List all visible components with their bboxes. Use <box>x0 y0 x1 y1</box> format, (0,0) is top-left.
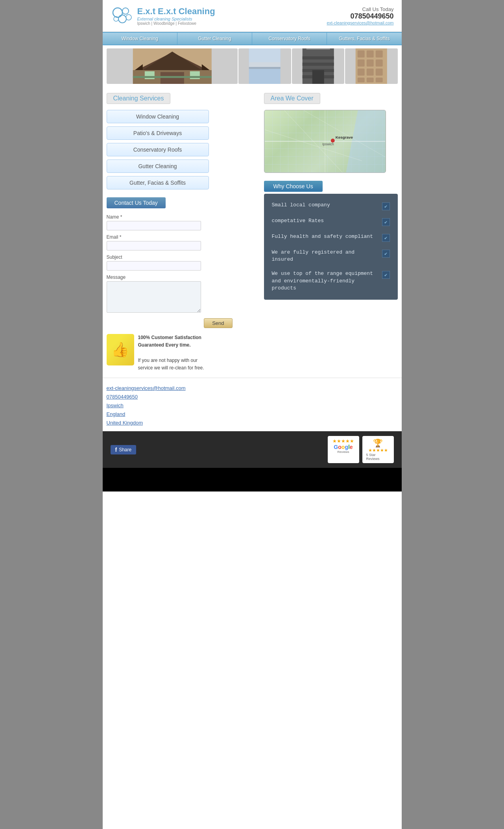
email-field-group: Email * <box>107 234 256 250</box>
name-input[interactable] <box>107 221 201 230</box>
satisfaction-text: 100% Customer Satisfaction Guaranteed Ev… <box>138 334 204 372</box>
svg-text:Ipswich: Ipswich <box>322 142 334 146</box>
check-icon-4: ✔ <box>382 250 390 258</box>
svg-rect-14 <box>133 76 211 78</box>
footer-country2: United Kingdom <box>107 419 398 427</box>
message-field-group: Message <box>107 274 256 314</box>
logo-bubbles-icon <box>111 4 134 28</box>
check-icon-2: ✔ <box>382 218 390 226</box>
why-item-text-4: We are fully registered and insured <box>272 249 379 263</box>
email-input[interactable] <box>107 241 201 250</box>
footer-phone: 07850449650 <box>107 393 398 401</box>
svg-rect-35 <box>376 69 383 76</box>
main-content: Cleaning Services Window Cleaning Patio'… <box>103 87 402 378</box>
why-item-text-3: Fully health and safety compliant <box>272 233 379 240</box>
yell-label: 5 Star Reviews <box>366 453 390 461</box>
nav-item-conservatory-roofs[interactable]: Conservatory Roofs <box>252 33 327 45</box>
check-icon-5: ✔ <box>382 271 390 279</box>
name-field-group: Name * <box>107 214 256 230</box>
house-image <box>107 48 238 84</box>
nav-item-window-cleaning[interactable]: Window Cleaning <box>103 33 177 45</box>
navigation-bar: Window Cleaning Gutter Cleaning Conserva… <box>103 32 402 45</box>
footer-email[interactable]: ext-cleaningservices@hotmail.com <box>107 384 398 393</box>
path-image <box>345 48 397 84</box>
share-label: Share <box>119 447 131 453</box>
svg-rect-30 <box>358 59 365 67</box>
header: E.x.t E.x.t Cleaning External cleaning S… <box>103 0 402 32</box>
contact-form-title: Contact Us Today <box>107 197 166 208</box>
service-patio-driveways[interactable]: Patio's & Driveways <box>107 126 209 140</box>
logo-text-area: E.x.t E.x.t Cleaning External cleaning S… <box>137 6 215 26</box>
service-gutter-cleaning[interactable]: Gutter Cleaning <box>107 159 209 173</box>
why-item-5: We use top of the range equipment and en… <box>272 270 390 292</box>
nav-item-gutters-facias[interactable]: Gutters, Facias & Soffits <box>327 33 401 45</box>
left-column: Cleaning Services Window Cleaning Patio'… <box>107 93 260 372</box>
roof-image <box>292 48 344 84</box>
why-item-text-1: Small local company <box>272 202 379 209</box>
area-title: Area We Cover <box>264 93 320 104</box>
send-button[interactable]: Send <box>204 318 232 328</box>
service-window-cleaning[interactable]: Window Cleaning <box>107 110 209 123</box>
email-label: Email * <box>107 234 256 240</box>
svg-rect-16 <box>249 62 281 67</box>
area-section: Area We Cover Kesgrave Ipswich <box>264 93 398 173</box>
cleaning-services-section: Cleaning Services Window Cleaning Patio'… <box>107 93 256 189</box>
svg-point-1 <box>122 8 129 14</box>
svg-rect-24 <box>312 70 324 84</box>
svg-rect-31 <box>367 59 374 67</box>
black-footer <box>103 468 402 491</box>
nav-item-gutter-cleaning[interactable]: Gutter Cleaning <box>177 33 252 45</box>
yell-review-badge: 🏆 ★★★★★ 5 Star Reviews <box>362 436 394 463</box>
svg-rect-18 <box>249 48 281 62</box>
subject-field-group: Subject <box>107 254 256 271</box>
facebook-share-button[interactable]: f Share <box>111 445 137 454</box>
map-container: Kesgrave Ipswich <box>264 110 386 173</box>
satisfaction-line1: 100% Customer Satisfaction <box>138 334 204 341</box>
footer-contact: ext-cleaningservices@hotmail.com 0785044… <box>103 378 402 431</box>
svg-point-2 <box>118 15 126 23</box>
service-conservatory-roofs[interactable]: Conservatory Roofs <box>107 143 209 156</box>
cleaning-services-title: Cleaning Services <box>107 93 171 104</box>
svg-rect-38 <box>376 78 383 82</box>
image-strip <box>103 45 402 87</box>
svg-rect-32 <box>376 59 383 67</box>
satisfaction-line2: Guaranteed Every time. <box>138 341 204 349</box>
svg-rect-27 <box>358 50 365 57</box>
svg-rect-21 <box>302 63 334 66</box>
svg-rect-36 <box>358 78 365 82</box>
svg-rect-37 <box>367 78 374 82</box>
why-choose-title: Why Choose Us <box>264 181 323 192</box>
google-stars: ★★★★★ <box>332 438 354 444</box>
review-badges: ★★★★★ Google Reviews 🏆 ★★★★★ 5 Star Revi… <box>328 436 394 463</box>
svg-text:Kesgrave: Kesgrave <box>335 135 353 139</box>
name-label: Name * <box>107 214 256 220</box>
gutter-image <box>238 48 291 84</box>
svg-rect-29 <box>376 50 383 57</box>
google-review-badge: ★★★★★ Google Reviews <box>328 436 359 463</box>
subject-input[interactable] <box>107 261 201 271</box>
svg-point-0 <box>113 8 122 17</box>
footer-city: Ipswich <box>107 401 398 410</box>
svg-rect-25 <box>306 48 330 50</box>
yell-stars: ★★★★★ <box>368 448 388 453</box>
svg-line-42 <box>264 130 362 161</box>
why-item-4: We are fully registered and insured ✔ <box>272 249 390 263</box>
svg-rect-17 <box>249 67 281 69</box>
logo-area: E.x.t E.x.t Cleaning External cleaning S… <box>111 4 215 28</box>
bottom-bar: f Share ★★★★★ Google Reviews 🏆 ★★★★★ 5 S… <box>103 431 402 468</box>
phone-number: 07850449650 <box>327 12 393 20</box>
subject-label: Subject <box>107 254 256 260</box>
header-email: ext-cleaningservices@hotmail.com <box>327 20 393 25</box>
satisfaction-line4: service we will re-clean for free. <box>138 364 204 372</box>
svg-rect-33 <box>358 69 365 76</box>
why-item-text-2: competative Rates <box>272 217 379 224</box>
message-textarea[interactable] <box>107 281 201 313</box>
logo-title: E.x.t E.x.t Cleaning <box>137 6 215 17</box>
svg-point-4 <box>126 15 131 20</box>
svg-rect-28 <box>367 50 374 57</box>
service-gutter-facias-soffits[interactable]: Gutter, Facias & Soffits <box>107 176 209 189</box>
check-icon-3: ✔ <box>382 234 390 242</box>
page-wrapper: E.x.t E.x.t Cleaning External cleaning S… <box>103 0 402 829</box>
message-label: Message <box>107 274 256 280</box>
svg-line-43 <box>303 110 385 157</box>
